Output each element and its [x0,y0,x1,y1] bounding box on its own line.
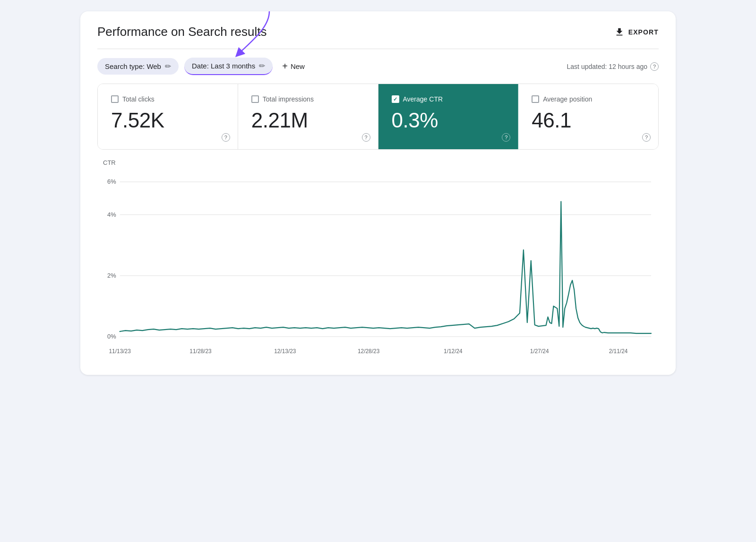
date-label: Date: Last 3 months [192,62,255,70]
filter-bar: Search type: Web ✏ Date: Last 3 months ✏… [80,49,676,84]
average-position-value: 46.1 [532,109,645,132]
last-updated-text: Last updated: 12 hours ago [567,63,647,70]
svg-text:1/27/24: 1/27/24 [530,348,549,355]
total-clicks-label-row: Total clicks [111,95,224,103]
total-impressions-label-row: Total impressions [251,95,365,103]
chart-section: CTR 6% 4% 2% 0% 11/13/23 1 [97,150,659,375]
card-header: Performance on Search results EXPORT [80,11,676,49]
svg-text:12/13/23: 12/13/23 [274,348,296,355]
average-ctr-checkbox[interactable]: ✓ [392,95,399,103]
ctr-line [120,202,651,333]
svg-text:0%: 0% [107,333,116,340]
chart-y-label: CTR [97,159,655,166]
chart-svg: 6% 4% 2% 0% 11/13/23 11/28/23 12/13/23 1… [97,167,655,365]
date-edit-icon: ✏ [259,61,265,70]
svg-text:6%: 6% [107,178,116,185]
average-position-label-row: Average position [532,95,645,103]
svg-text:4%: 4% [107,211,116,218]
total-impressions-value: 2.21M [251,109,365,132]
metric-total-impressions[interactable]: Total impressions 2.21M ? [238,84,378,149]
average-ctr-label-row: ✓ Average CTR [392,95,505,103]
metric-average-position[interactable]: Average position 46.1 ? [518,84,658,149]
export-button[interactable]: EXPORT [614,27,659,37]
total-clicks-help-icon[interactable]: ? [222,133,230,142]
new-label: New [291,62,305,70]
plus-icon: + [282,61,288,72]
main-card: Performance on Search results EXPORT Sea… [80,11,676,375]
search-type-filter[interactable]: Search type: Web ✏ [97,58,179,75]
total-impressions-checkbox[interactable] [251,95,259,103]
total-impressions-label: Total impressions [263,95,314,103]
svg-text:11/13/23: 11/13/23 [109,348,131,355]
chart-wrapper: CTR 6% 4% 2% 0% 11/13/23 1 [97,159,659,365]
svg-text:2%: 2% [107,272,116,279]
search-type-edit-icon: ✏ [165,62,171,71]
svg-text:12/28/23: 12/28/23 [358,348,380,355]
total-clicks-label: Total clicks [122,95,155,103]
average-position-label: Average position [543,95,592,103]
new-button[interactable]: + New [282,61,305,72]
search-type-label: Search type: Web [105,62,161,70]
page-title: Performance on Search results [97,25,266,39]
date-filter[interactable]: Date: Last 3 months ✏ [184,58,273,75]
metrics-row: Total clicks 7.52K ? Total impressions 2… [97,84,659,150]
last-updated-info: Last updated: 12 hours ago ? [567,62,659,71]
last-updated-help-icon[interactable]: ? [650,62,659,71]
export-icon [614,27,625,37]
total-clicks-checkbox[interactable] [111,95,119,103]
average-ctr-value: 0.3% [392,109,505,132]
average-position-help-icon[interactable]: ? [642,133,651,142]
svg-text:1/12/24: 1/12/24 [444,348,463,355]
average-ctr-help-icon[interactable]: ? [502,133,510,142]
total-clicks-value: 7.52K [111,109,224,132]
metric-total-clicks[interactable]: Total clicks 7.52K ? [98,84,238,149]
export-label: EXPORT [628,28,659,36]
total-impressions-help-icon[interactable]: ? [362,133,370,142]
average-ctr-label: Average CTR [403,95,443,103]
average-position-checkbox[interactable] [532,95,539,103]
svg-text:2/11/24: 2/11/24 [609,348,628,355]
metric-average-ctr[interactable]: ✓ Average CTR 0.3% ? [378,84,519,149]
svg-text:11/28/23: 11/28/23 [189,348,212,355]
